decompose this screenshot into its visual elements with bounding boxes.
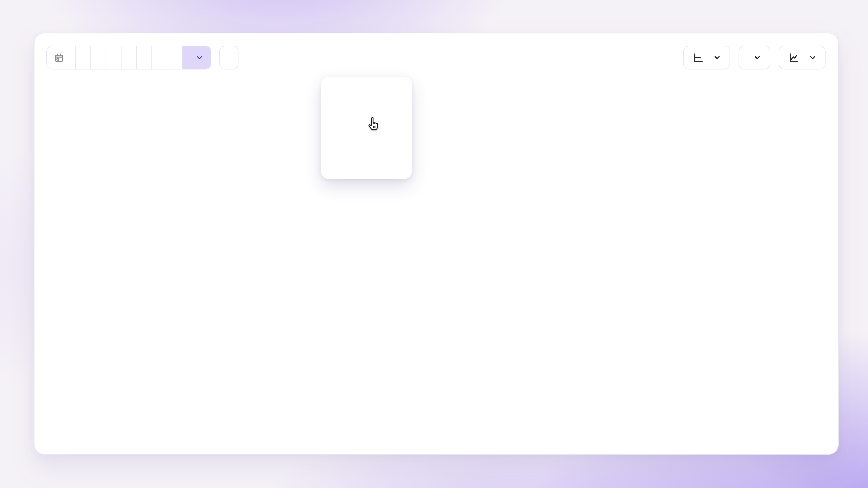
date-range-toolbar (46, 46, 239, 70)
calendar-icon (54, 53, 64, 63)
date-range-segmented-control (46, 46, 211, 70)
analytics-card (34, 33, 839, 455)
granularity-select-button[interactable] (739, 46, 770, 70)
preset-3m[interactable] (136, 46, 152, 69)
scale-select-button[interactable] (683, 46, 730, 70)
preset-today[interactable] (75, 46, 91, 69)
page-background (0, 0, 868, 488)
preset-7d[interactable] (106, 46, 121, 69)
preset-12m[interactable] (167, 46, 182, 69)
legend-swatch-overall (428, 88, 435, 94)
chevron-down-icon (714, 54, 721, 61)
preset-custom[interactable] (47, 46, 75, 69)
chart-line-svg (67, 97, 826, 455)
preset-6m[interactable] (151, 46, 167, 69)
preset-xtd-dropdown-button[interactable] (182, 46, 211, 69)
menu-item-week-to-date[interactable] (324, 80, 409, 103)
chart-settings-toolbar (683, 46, 826, 70)
chart-type-select-button[interactable] (779, 46, 826, 70)
chevron-down-icon (809, 54, 816, 61)
chart-legend (428, 88, 438, 94)
menu-item-year-to-date[interactable] (324, 153, 409, 176)
line-chart-icon (788, 52, 799, 63)
preset-yesterday[interactable] (90, 46, 106, 69)
chevron-down-icon (754, 54, 761, 61)
hand-pointer-cursor (366, 116, 381, 135)
linear-scale-icon (693, 52, 704, 63)
preset-30d[interactable] (121, 46, 136, 69)
chevron-down-icon (196, 54, 203, 61)
compare-to-past-button[interactable] (219, 46, 239, 70)
